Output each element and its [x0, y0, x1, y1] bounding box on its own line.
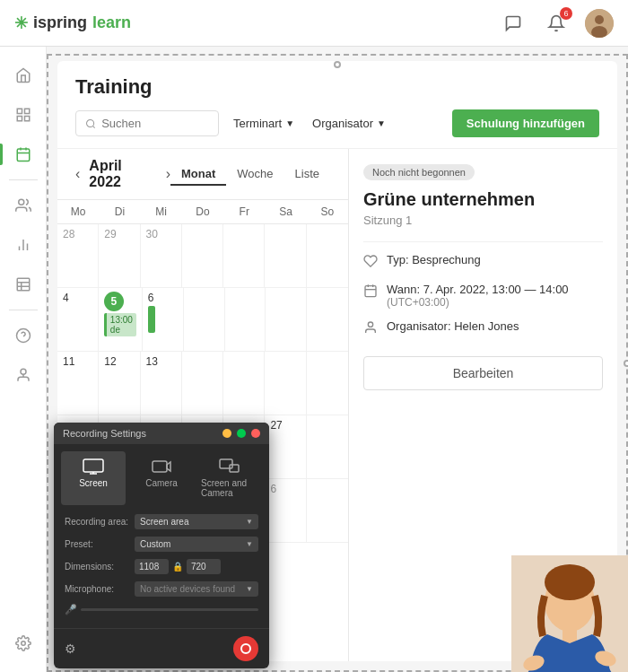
avatar[interactable] [585, 9, 614, 38]
dimensions-height[interactable]: 720 [187, 559, 221, 574]
organisator-filter[interactable]: Organisator ▼ [309, 111, 389, 135]
calendar-event[interactable]: 13:00 de [104, 313, 136, 336]
settings-icon[interactable]: ⚙ [65, 641, 76, 656]
sidebar-item-settings[interactable] [5, 625, 41, 661]
weekday-so: So [307, 200, 348, 223]
calendar-view-tabs: Monat Woche Liste [170, 163, 330, 186]
list-item[interactable]: 12 [99, 352, 140, 415]
svg-rect-7 [17, 149, 30, 161]
weekday-mi: Mi [141, 200, 182, 223]
sidebar-item-calendar[interactable] [5, 136, 41, 172]
weekday-mo: Mo [57, 200, 99, 223]
mode-tab-camera-label: Camera [145, 478, 178, 488]
list-item[interactable]: 11 [57, 352, 99, 415]
list-item[interactable] [265, 352, 306, 415]
edit-button[interactable]: Bearbeiten [363, 356, 603, 390]
search-input[interactable] [101, 117, 209, 130]
svg-rect-30 [83, 459, 103, 472]
add-training-button[interactable]: Schulung hinzufügen [452, 109, 599, 137]
chat-button[interactable] [499, 9, 528, 38]
logo-asterisk: ✳ [14, 13, 28, 33]
list-item[interactable]: 29 [99, 224, 140, 287]
microphone-label: Microphone: [65, 584, 129, 594]
recording-area-label: Recording area: [65, 517, 129, 527]
close-button[interactable] [251, 429, 260, 438]
main-layout: Training Terminart ▼ Organisator ▼ Schul… [0, 47, 628, 672]
list-item[interactable] [307, 415, 348, 478]
list-item[interactable]: 4 [57, 288, 99, 351]
person-icon [363, 320, 378, 338]
list-item[interactable] [223, 224, 265, 287]
top-nav: ✳ ispring learn 6 [0, 0, 628, 47]
list-item[interactable] [265, 224, 306, 287]
list-item[interactable] [225, 288, 266, 351]
search-box[interactable] [75, 110, 219, 136]
notifications-button[interactable]: 6 [542, 9, 571, 38]
svg-line-24 [92, 126, 94, 127]
list-item[interactable]: 27 [265, 415, 306, 478]
svg-rect-6 [17, 117, 22, 121]
microphone-select[interactable]: No active devices found ▼ [135, 581, 258, 597]
svg-point-11 [18, 199, 23, 205]
sidebar-item-courses[interactable] [5, 266, 41, 302]
tab-liste[interactable]: Liste [284, 163, 330, 186]
sidebar-item-reports[interactable] [5, 227, 41, 263]
preset-select[interactable]: Custom ▼ [135, 537, 258, 552]
list-item[interactable]: 13 [141, 352, 182, 415]
sidebar-item-analytics[interactable] [5, 97, 41, 133]
weekday-di: Di [99, 200, 140, 223]
list-item[interactable] [184, 288, 225, 351]
dialog-body: Recording area: Screen area ▼ Preset: Cu… [54, 505, 269, 624]
recording-area-select[interactable]: Screen area ▼ [135, 514, 258, 529]
svg-rect-3 [17, 109, 22, 113]
dimensions-width[interactable]: 1108 [135, 559, 169, 574]
sidebar-item-help[interactable] [5, 318, 41, 353]
list-item[interactable]: 6 [143, 288, 184, 351]
list-item[interactable] [307, 224, 348, 287]
calendar-nav: ‹ April 2022 › Monat Woche Liste [57, 149, 348, 199]
tab-woche[interactable]: Woche [226, 163, 283, 186]
event-date-label: Wann: 7. Apr. 2022, 13:00 — 14:00 (UTC+0… [387, 283, 569, 309]
terminart-filter[interactable]: Terminart ▼ [230, 111, 298, 135]
event-indicator [148, 306, 155, 333]
svg-point-21 [21, 369, 26, 374]
content-area: Training Terminart ▼ Organisator ▼ Schul… [47, 47, 628, 672]
event-subtitle: Sitzung 1 [363, 214, 603, 227]
event-organizer-label: Organisator: Helen Jones [387, 319, 519, 333]
list-item[interactable]: 30 [141, 224, 182, 287]
maximize-button[interactable] [237, 429, 246, 438]
minimize-button[interactable] [222, 429, 231, 438]
list-item[interactable]: 5 13:00 de [99, 288, 143, 351]
list-item[interactable] [266, 288, 307, 351]
training-toolbar: Terminart ▼ Organisator ▼ Schulung hinzu… [75, 109, 599, 137]
record-button[interactable] [233, 636, 258, 661]
svg-rect-33 [153, 461, 167, 472]
list-item[interactable] [182, 352, 223, 415]
page-title: Training [75, 75, 599, 99]
dialog-titlebar: Recording Settings [54, 423, 269, 444]
list-item[interactable] [223, 352, 265, 415]
recording-mode-tabs: Screen Camera Screen and Camera [54, 444, 269, 505]
nav-icons: 6 [499, 9, 614, 38]
list-item[interactable] [307, 352, 348, 415]
sidebar-divider-1 [9, 179, 38, 180]
mode-tab-camera[interactable]: Camera [129, 451, 194, 505]
mode-tab-screen-camera[interactable]: Screen and Camera [197, 451, 262, 505]
sidebar-item-learners[interactable] [5, 357, 41, 393]
event-organizer-row: Organisator: Helen Jones [363, 319, 603, 338]
sidebar-bottom [5, 625, 41, 672]
sidebar-item-home[interactable] [5, 57, 41, 93]
table-row: 28 29 30 [57, 224, 348, 288]
prev-month-button[interactable]: ‹ [75, 166, 80, 182]
list-item[interactable] [182, 224, 223, 287]
tab-monat[interactable]: Monat [170, 163, 226, 186]
list-item[interactable] [307, 479, 348, 542]
sidebar-item-users[interactable] [5, 188, 41, 223]
list-item[interactable] [307, 288, 348, 351]
search-icon [85, 118, 96, 130]
list-item[interactable]: 6 [265, 479, 306, 542]
list-item[interactable]: 28 [57, 224, 99, 287]
dialog-title-label: Recording Settings [63, 428, 146, 439]
mode-tab-screen[interactable]: Screen [61, 451, 126, 505]
svg-rect-5 [24, 117, 29, 121]
